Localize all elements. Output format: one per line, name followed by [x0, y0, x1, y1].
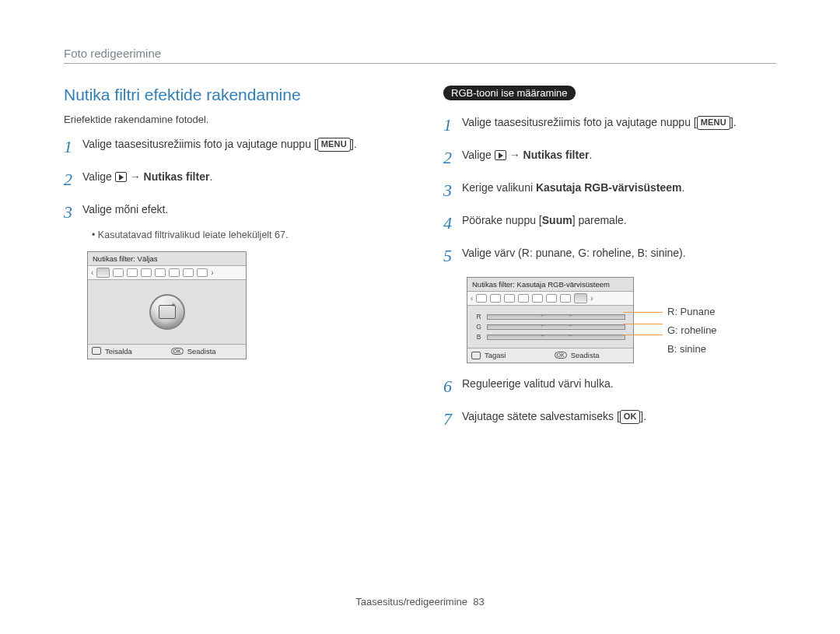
step-number: 6 — [443, 374, 462, 399]
step-1: 1 Valige taasesitusrežiimis foto ja vaju… — [64, 136, 397, 159]
step-text: Vajutage sätete salvestamiseks [ — [462, 410, 620, 422]
filter-chip — [96, 268, 110, 278]
step-text: → — [506, 149, 523, 161]
rgb-row-r: R — [475, 313, 625, 321]
step-text: ]. — [351, 138, 357, 150]
play-icon — [115, 172, 127, 182]
rgb-pill: RGB-tooni ise määramine — [443, 86, 576, 100]
rgb-slider — [487, 335, 625, 340]
footer-page: 83 — [473, 596, 484, 608]
step-text-bold: Kasutaja RGB-värvisüsteem — [536, 181, 682, 194]
lcd-foot-right: Seadista — [187, 347, 216, 356]
filter-chip — [532, 294, 543, 303]
filter-chip — [546, 294, 557, 303]
left-column: Nutika filtri efektide rakendamine Erief… — [64, 86, 397, 441]
step-text: Pöörake nuppu [ — [462, 214, 542, 226]
filter-chip — [169, 268, 180, 277]
step-text: . — [209, 170, 212, 183]
step-3: 3 Kerige valikuni Kasutaja RGB-värvisüst… — [443, 180, 776, 203]
step-number: 2 — [64, 167, 82, 192]
step-text-bold: Suum — [542, 214, 572, 226]
filter-chip — [141, 268, 152, 277]
camera-lcd-rgb: Nutikas filter: Kasutaja RGB-värvisüstee… — [467, 277, 634, 363]
filter-chip — [574, 293, 587, 303]
step-text: Valige mõni efekt. — [82, 201, 397, 217]
page-footer: Taasesitus/redigeerimine 83 — [0, 596, 840, 608]
rgb-row-b: B — [475, 333, 625, 341]
bullet-note: Kasutatavad filtrivalikud leiate lehekül… — [92, 229, 397, 240]
filter-chip — [127, 268, 138, 277]
ok-icon: OK — [171, 348, 184, 355]
ok-badge: OK — [620, 410, 641, 424]
lcd-foot-left: Teisalda — [105, 347, 132, 356]
filter-chip — [504, 294, 515, 303]
step-1: 1 Valige taasesitusrežiimis foto ja vaju… — [443, 114, 776, 138]
lcd-foot-right: Seadista — [571, 351, 600, 359]
lcd-title: Nutikas filter: Kasutaja RGB-värvisüstee… — [467, 278, 633, 291]
breadcrumb: Foto redigeerimine — [64, 47, 776, 60]
step-text: → — [127, 170, 144, 183]
chevron-right-icon: › — [211, 268, 213, 277]
chevron-left-icon: ‹ — [91, 268, 93, 277]
menu-badge: MENU — [317, 138, 351, 152]
lcd-filter-strip: ‹ › — [467, 291, 633, 306]
rgb-slider — [487, 324, 625, 330]
chevron-right-icon: › — [590, 294, 593, 303]
step-number: 3 — [64, 200, 82, 225]
step-7: 7 Vajutage sätete salvestamiseks [OK]. — [443, 408, 776, 432]
step-text: . — [681, 181, 684, 194]
right-column: RGB-tooni ise määramine 1 Valige taasesi… — [443, 86, 776, 441]
camera-lcd-smartfilter: Nutikas filter: Väljas ‹ › — [87, 251, 247, 359]
step-text: Valige taasesitusrežiimis foto ja vajuta… — [82, 138, 317, 150]
lcd-dial-icon — [149, 294, 185, 330]
play-icon — [495, 150, 506, 160]
step-5: 5 Valige värv (R: punane, G: roheline, B… — [443, 245, 776, 268]
step-number: 2 — [443, 145, 462, 170]
back-icon — [471, 352, 481, 359]
step-number: 7 — [443, 407, 462, 432]
move-icon — [92, 347, 101, 355]
legend-g: G: roheline — [667, 324, 717, 336]
rgb-label: B — [475, 333, 482, 341]
filter-chip — [560, 294, 571, 303]
step-text: Valige — [82, 170, 115, 183]
step-number: 1 — [64, 135, 82, 159]
picture-icon — [159, 305, 176, 319]
section-heading: Nutika filtri efektide rakendamine — [64, 86, 397, 104]
step-3: 3 Valige mõni efekt. — [64, 201, 397, 225]
rgb-label: R — [475, 313, 482, 321]
step-6: 6 Reguleerige valitud värvi hulka. — [443, 376, 776, 399]
leader-line — [624, 312, 663, 313]
filter-chip — [113, 268, 124, 277]
filter-chip — [476, 294, 487, 303]
step-text: ] paremale. — [572, 214, 627, 226]
step-text: ]. — [730, 116, 737, 128]
step-number: 3 — [443, 178, 462, 203]
filter-chip — [490, 294, 501, 303]
step-4: 4 Pöörake nuppu [Suum] paremale. — [443, 212, 776, 236]
step-text: Valige — [462, 149, 495, 161]
section-subtext: Eriefektide rakendamine fotodel. — [64, 114, 397, 125]
menu-badge: MENU — [697, 116, 730, 130]
step-number: 4 — [443, 211, 462, 236]
rgb-label: G — [475, 323, 482, 331]
step-text: . — [589, 149, 592, 161]
step-2: 2 Valige → Nutikas filter. — [64, 169, 397, 192]
lcd-filter-strip: ‹ › — [88, 265, 246, 280]
ok-icon: OK — [555, 352, 567, 359]
step-text: Valige värv (R: punane, G: roheline, B: … — [462, 245, 776, 261]
step-text-bold: Nutikas filter — [144, 170, 210, 183]
step-number: 5 — [443, 243, 462, 268]
step-text: Valige taasesitusrežiimis foto ja vajuta… — [462, 116, 697, 128]
step-text: ]. — [640, 410, 646, 422]
step-2: 2 Valige → Nutikas filter. — [443, 147, 776, 170]
rgb-row-g: G — [475, 323, 625, 331]
step-text: Reguleerige valitud värvi hulka. — [462, 376, 776, 391]
step-text-bold: Nutikas filter — [523, 149, 590, 161]
filter-chip — [518, 294, 529, 303]
chevron-left-icon: ‹ — [471, 294, 473, 303]
footer-section: Taasesitus/redigeerimine — [355, 596, 467, 608]
lcd-foot-left: Tagasi — [485, 351, 506, 359]
legend-r: R: Punane — [667, 306, 715, 317]
rgb-slider — [487, 314, 625, 320]
